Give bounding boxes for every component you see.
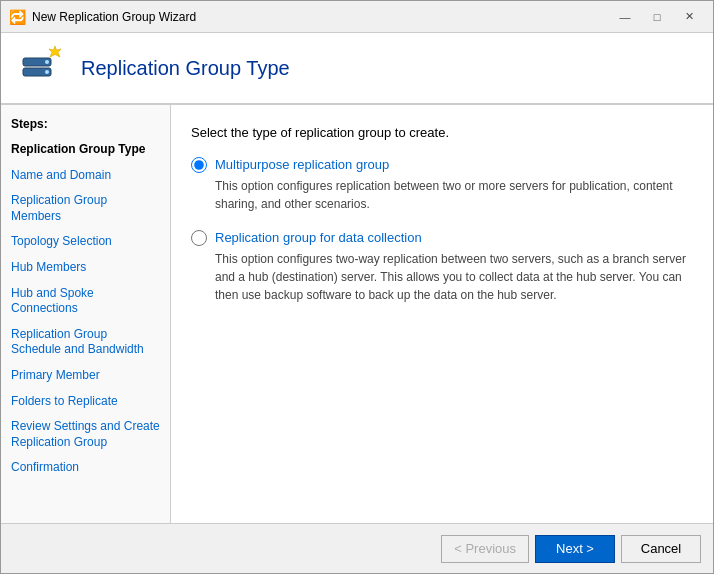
step-schedule-bandwidth[interactable]: Replication Group Schedule and Bandwidth — [1, 322, 170, 363]
main-content: Select the type of replication group to … — [171, 105, 713, 523]
radio-description-opt-multipurpose: This option configures replication betwe… — [215, 177, 693, 213]
content-area: Steps: Replication Group TypeName and Do… — [1, 105, 713, 523]
maximize-button[interactable]: □ — [641, 1, 673, 33]
title-bar-buttons: — □ ✕ — [609, 1, 705, 33]
title-bar-icon: 🔁 — [9, 9, 26, 25]
radio-row-opt-data-collection: Replication group for data collection — [191, 229, 693, 246]
footer: < Previous Next > Cancel — [1, 523, 713, 573]
radio-label-opt-data-collection[interactable]: Replication group for data collection — [215, 230, 422, 245]
step-hub-members[interactable]: Hub Members — [1, 255, 170, 281]
step-review-settings[interactable]: Review Settings and Create Replication G… — [1, 414, 170, 455]
step-confirmation[interactable]: Confirmation — [1, 455, 170, 481]
wizard-header-icon — [17, 44, 65, 92]
step-primary-member[interactable]: Primary Member — [1, 363, 170, 389]
radio-options: Multipurpose replication groupThis optio… — [191, 156, 693, 304]
radio-option-opt-data-collection: Replication group for data collectionThi… — [191, 229, 693, 304]
page-title: Replication Group Type — [81, 57, 290, 80]
svg-point-2 — [45, 60, 49, 64]
radio-option-opt-multipurpose: Multipurpose replication groupThis optio… — [191, 156, 693, 213]
radio-input-opt-data-collection[interactable] — [191, 230, 207, 246]
step-topology-selection[interactable]: Topology Selection — [1, 229, 170, 255]
sidebar: Steps: Replication Group TypeName and Do… — [1, 105, 171, 523]
cancel-button[interactable]: Cancel — [621, 535, 701, 563]
sidebar-steps: Replication Group TypeName and DomainRep… — [1, 137, 170, 481]
minimize-button[interactable]: — — [609, 1, 641, 33]
wizard-window: 🔁 New Replication Group Wizard — □ ✕ Rep… — [0, 0, 714, 574]
title-bar: 🔁 New Replication Group Wizard — □ ✕ — [1, 1, 713, 33]
next-button[interactable]: Next > — [535, 535, 615, 563]
radio-description-opt-data-collection: This option configures two-way replicati… — [215, 250, 693, 304]
radio-row-opt-multipurpose: Multipurpose replication group — [191, 156, 693, 173]
sidebar-steps-label: Steps: — [1, 113, 170, 137]
step-name-and-domain[interactable]: Name and Domain — [1, 163, 170, 189]
close-button[interactable]: ✕ — [673, 1, 705, 33]
step-replication-group-members[interactable]: Replication Group Members — [1, 188, 170, 229]
step-replication-group-type[interactable]: Replication Group Type — [1, 137, 170, 163]
radio-input-opt-multipurpose[interactable] — [191, 157, 207, 173]
step-folders-to-replicate[interactable]: Folders to Replicate — [1, 389, 170, 415]
title-bar-text: New Replication Group Wizard — [32, 10, 603, 24]
svg-point-3 — [45, 70, 49, 74]
wizard-header: Replication Group Type — [1, 33, 713, 105]
svg-marker-4 — [49, 46, 61, 57]
radio-label-opt-multipurpose[interactable]: Multipurpose replication group — [215, 157, 389, 172]
step-hub-spoke-connections[interactable]: Hub and Spoke Connections — [1, 281, 170, 322]
instruction-text: Select the type of replication group to … — [191, 125, 693, 140]
previous-button[interactable]: < Previous — [441, 535, 529, 563]
